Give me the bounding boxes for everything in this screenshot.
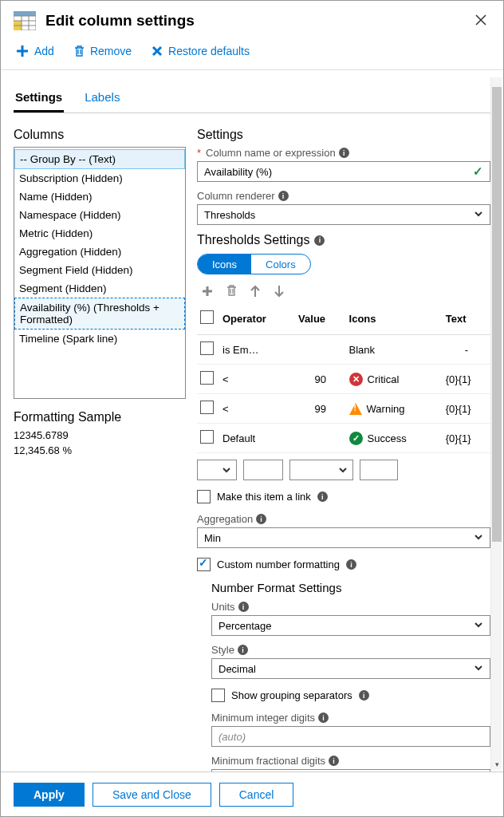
info-icon[interactable]: i bbox=[278, 191, 289, 201]
info-icon[interactable]: i bbox=[317, 491, 328, 502]
scrollbar-thumb[interactable] bbox=[492, 87, 502, 542]
renderer-select[interactable]: Thresholds bbox=[197, 204, 490, 225]
columns-list[interactable]: -- Group By -- (Text) Subscription (Hidd… bbox=[14, 147, 186, 399]
thresholds-mode-toggle: Icons Colors bbox=[197, 254, 311, 274]
tab-bar: Settings Labels bbox=[14, 85, 490, 113]
chevron-down-icon bbox=[474, 620, 483, 632]
settings-header: Settings bbox=[197, 128, 490, 142]
custom-format-checkbox[interactable] bbox=[197, 558, 211, 571]
chevron-down-icon bbox=[474, 663, 483, 675]
formatting-sample-header: Formatting Sample bbox=[14, 410, 186, 424]
aggregation-label: Aggregation i bbox=[197, 513, 490, 525]
grouping-label: Show grouping separators bbox=[231, 689, 352, 701]
tab-settings[interactable]: Settings bbox=[14, 85, 64, 112]
make-link-label: Make this item a link bbox=[217, 491, 311, 503]
threshold-add-button[interactable] bbox=[200, 284, 215, 301]
scroll-down-arrow[interactable]: ▾ bbox=[492, 760, 502, 768]
column-item[interactable]: Metric (Hidden) bbox=[14, 224, 185, 243]
units-select[interactable]: Percentage bbox=[211, 615, 490, 636]
th-icons: Icons bbox=[346, 306, 443, 335]
new-icon-select[interactable] bbox=[289, 460, 353, 480]
dialog-header: Edit column settings bbox=[1, 1, 503, 37]
chevron-down-icon bbox=[474, 532, 483, 544]
success-icon: ✓ bbox=[349, 432, 363, 445]
threshold-delete-button[interactable] bbox=[226, 284, 238, 301]
info-icon[interactable]: i bbox=[256, 514, 266, 524]
th-value: Value bbox=[295, 306, 345, 335]
min-frac-label: Minimum fractional digits i bbox=[211, 755, 490, 767]
thresholds-header: Thresholds Settings i bbox=[197, 233, 490, 247]
info-icon[interactable]: i bbox=[339, 148, 349, 158]
column-item[interactable]: Segment Field (Hidden) bbox=[14, 261, 185, 279]
table-icon bbox=[14, 11, 36, 30]
row-checkbox[interactable] bbox=[200, 430, 214, 444]
new-text-input[interactable] bbox=[360, 460, 398, 480]
info-icon[interactable]: i bbox=[346, 559, 356, 570]
restore-label: Restore defaults bbox=[168, 45, 250, 57]
aggregation-select[interactable]: Min bbox=[197, 527, 490, 548]
sample-formatted: 12,345.68 % bbox=[14, 444, 186, 456]
threshold-row[interactable]: is Em… Blank - bbox=[197, 335, 490, 365]
row-checkbox[interactable] bbox=[200, 341, 214, 355]
thresholds-toolbar bbox=[200, 284, 490, 301]
column-item[interactable]: Subscription (Hidden) bbox=[14, 169, 185, 187]
apply-button[interactable]: Apply bbox=[14, 783, 85, 807]
grouping-checkbox[interactable] bbox=[211, 689, 225, 702]
threshold-row[interactable]: Default ✓Success {0}{1} bbox=[197, 424, 490, 453]
new-value-input[interactable] bbox=[243, 460, 283, 480]
col-name-label: *Column name or expression i bbox=[197, 147, 490, 159]
save-close-button[interactable]: Save and Close bbox=[93, 783, 211, 807]
col-name-input[interactable]: Availability (%) ✓ bbox=[197, 161, 490, 182]
custom-format-label: Custom number formatting bbox=[217, 558, 340, 570]
th-text: Text bbox=[443, 306, 490, 335]
new-operator-select[interactable] bbox=[197, 460, 237, 480]
column-item[interactable]: -- Group By -- (Text) bbox=[14, 149, 185, 169]
th-operator: Operator bbox=[219, 306, 295, 335]
dialog-title: Edit column settings bbox=[45, 12, 471, 30]
add-label: Add bbox=[34, 45, 54, 57]
info-icon[interactable]: i bbox=[359, 690, 369, 701]
close-button[interactable] bbox=[471, 10, 490, 31]
cancel-button[interactable]: Cancel bbox=[219, 783, 294, 807]
add-button[interactable]: Add bbox=[15, 44, 54, 58]
select-all-checkbox[interactable] bbox=[200, 310, 214, 324]
threshold-row[interactable]: < 90 ✕Critical {0}{1} bbox=[197, 365, 490, 394]
check-icon: ✓ bbox=[473, 164, 483, 179]
row-checkbox[interactable] bbox=[200, 371, 214, 385]
column-item[interactable]: Timeline (Spark line) bbox=[14, 330, 185, 348]
renderer-label: Column renderer i bbox=[197, 190, 490, 202]
min-int-label: Minimum integer digits i bbox=[211, 712, 490, 724]
chevron-down-icon bbox=[474, 209, 483, 221]
units-label: Units i bbox=[211, 601, 490, 613]
info-icon[interactable]: i bbox=[238, 645, 248, 655]
style-label: Style i bbox=[211, 644, 490, 656]
row-checkbox[interactable] bbox=[200, 401, 214, 414]
scrollbar[interactable]: ▾ bbox=[490, 77, 502, 770]
info-icon[interactable]: i bbox=[329, 756, 339, 766]
tab-labels[interactable]: Labels bbox=[83, 85, 121, 112]
column-item[interactable]: Aggregation (Hidden) bbox=[14, 243, 185, 261]
column-item[interactable]: Segment (Hidden) bbox=[14, 279, 185, 298]
style-select[interactable]: Decimal bbox=[211, 658, 490, 679]
column-item[interactable]: Namespace (Hidden) bbox=[14, 206, 185, 224]
info-icon[interactable]: i bbox=[314, 235, 325, 246]
thresholds-table: Operator Value Icons Text is Em… Blank - bbox=[197, 306, 490, 453]
restore-defaults-button[interactable]: Restore defaults bbox=[151, 44, 250, 58]
toggle-icons[interactable]: Icons bbox=[198, 255, 251, 274]
info-icon[interactable]: i bbox=[238, 602, 249, 612]
threshold-move-up-button[interactable] bbox=[249, 284, 262, 301]
make-link-checkbox[interactable] bbox=[197, 490, 211, 503]
formatting-sample: Formatting Sample 12345.6789 12,345.68 % bbox=[14, 410, 186, 456]
column-item[interactable]: Name (Hidden) bbox=[14, 187, 185, 206]
sample-raw: 12345.6789 bbox=[14, 429, 186, 441]
info-icon[interactable]: i bbox=[318, 712, 329, 723]
remove-button[interactable]: Remove bbox=[73, 44, 132, 58]
number-format-header: Number Format Settings bbox=[211, 581, 490, 594]
columns-header: Columns bbox=[14, 128, 186, 142]
threshold-move-down-button[interactable] bbox=[273, 284, 285, 301]
toggle-colors[interactable]: Colors bbox=[251, 255, 310, 274]
min-int-input[interactable]: (auto) bbox=[211, 726, 490, 747]
critical-icon: ✕ bbox=[349, 373, 363, 386]
column-item-selected[interactable]: Availability (%) (Thresholds + Formatted… bbox=[14, 298, 185, 330]
threshold-row[interactable]: < 99 Warning {0}{1} bbox=[197, 394, 490, 424]
